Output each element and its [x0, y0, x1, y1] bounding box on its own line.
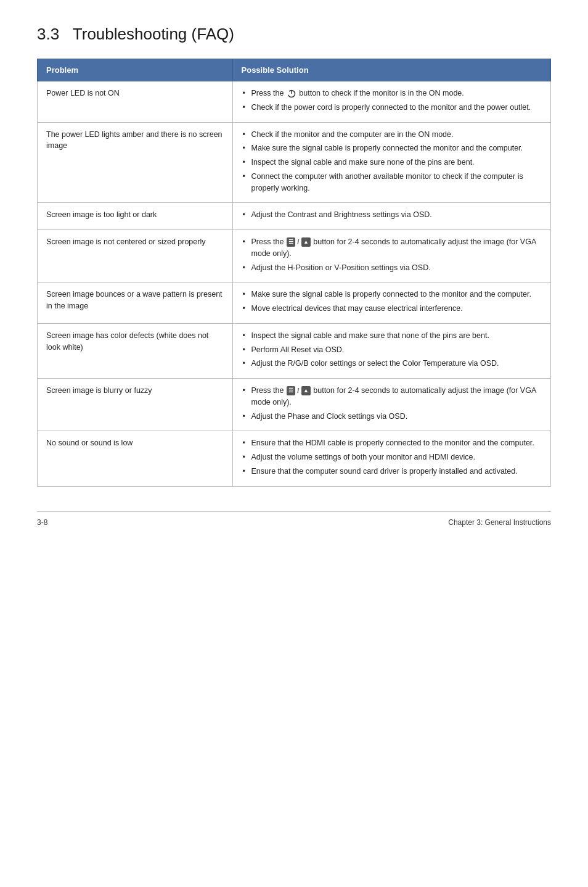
problem-cell: Screen image bounces or a wave pattern i… [38, 283, 233, 324]
solution-item: Adjust the H-Position or V-Position sett… [242, 262, 542, 274]
table-row: The power LED lights amber and there is … [38, 122, 551, 203]
solution-item: Adjust the Phase and Clock settings via … [242, 411, 542, 423]
solution-item: Adjust the volume settings of both your … [242, 452, 542, 463]
problem-cell: Power LED is not ON [38, 81, 233, 123]
problem-cell: The power LED lights amber and there is … [38, 122, 233, 203]
table-row: Screen image has color defects (white do… [38, 323, 551, 378]
col-solution: Possible Solution [232, 59, 550, 81]
menu-button-icon: ☰ / ▲ [286, 237, 311, 246]
problem-cell: Screen image is blurry or fuzzy [38, 379, 233, 431]
solution-item: Make sure the signal cable is properly c… [242, 289, 542, 300]
solution-item: Press the ☰ / ▲ button for 2-4 seconds t… [242, 236, 542, 260]
footer-page: 3-8 [37, 518, 47, 527]
solution-item: Check if the power cord is properly conn… [242, 102, 542, 113]
solution-item: Connect the computer with another availa… [242, 171, 542, 194]
table-row: Screen image bounces or a wave pattern i… [38, 283, 551, 324]
power-button-icon [286, 89, 297, 97]
problem-cell: Screen image is not centered or sized pr… [38, 230, 233, 283]
solution-item: Inspect the signal cable and make sure n… [242, 157, 542, 168]
solution-cell: Press the button to check if the monitor… [232, 81, 550, 123]
solution-cell: Inspect the signal cable and make sure t… [232, 323, 550, 378]
menu-button-icon: ☰ / ▲ [286, 386, 311, 395]
section-title: Troubleshooting (FAQ) [73, 25, 234, 43]
section-number: 3.3 [37, 25, 59, 43]
solution-item: Check if the monitor and the computer ar… [242, 129, 542, 141]
solution-item: Inspect the signal cable and make sure t… [242, 330, 542, 342]
solution-item: Move electrical devices that may cause e… [242, 303, 542, 315]
solution-cell: Press the ☰ / ▲ button for 2-4 seconds t… [232, 230, 550, 283]
col-problem: Problem [38, 59, 233, 81]
faq-table: Problem Possible Solution Power LED is n… [37, 59, 551, 487]
table-row: Screen image is too light or darkAdjust … [38, 203, 551, 230]
table-row: Screen image is blurry or fuzzyPress the… [38, 379, 551, 431]
problem-cell: Screen image is too light or dark [38, 203, 233, 230]
problem-cell: No sound or sound is low [38, 431, 233, 486]
table-row: No sound or sound is lowEnsure that the … [38, 431, 551, 486]
solution-item: Adjust the Contrast and Brightness setti… [242, 209, 542, 221]
solution-item: Adjust the R/G/B color settings or selec… [242, 358, 542, 369]
solution-item: Ensure that the computer sound card driv… [242, 466, 542, 477]
solution-cell: Make sure the signal cable is properly c… [232, 283, 550, 324]
solution-cell: Ensure that the HDMI cable is properly c… [232, 431, 550, 486]
table-row: Screen image is not centered or sized pr… [38, 230, 551, 283]
footer: 3-8 Chapter 3: General Instructions [37, 511, 551, 527]
solution-item: Press the button to check if the monitor… [242, 88, 542, 99]
page-title: 3.3 Troubleshooting (FAQ) [37, 25, 551, 44]
solution-cell: Adjust the Contrast and Brightness setti… [232, 203, 550, 230]
solution-cell: Press the ☰ / ▲ button for 2-4 seconds t… [232, 379, 550, 431]
solution-item: Press the ☰ / ▲ button for 2-4 seconds t… [242, 385, 542, 408]
footer-chapter: Chapter 3: General Instructions [448, 518, 551, 527]
solution-item: Make sure the signal cable is properly c… [242, 142, 542, 154]
solution-item: Perform All Reset via OSD. [242, 344, 542, 356]
table-row: Power LED is not ONPress the button to c… [38, 81, 551, 123]
problem-cell: Screen image has color defects (white do… [38, 323, 233, 378]
solution-item: Ensure that the HDMI cable is properly c… [242, 437, 542, 449]
solution-cell: Check if the monitor and the computer ar… [232, 122, 550, 203]
